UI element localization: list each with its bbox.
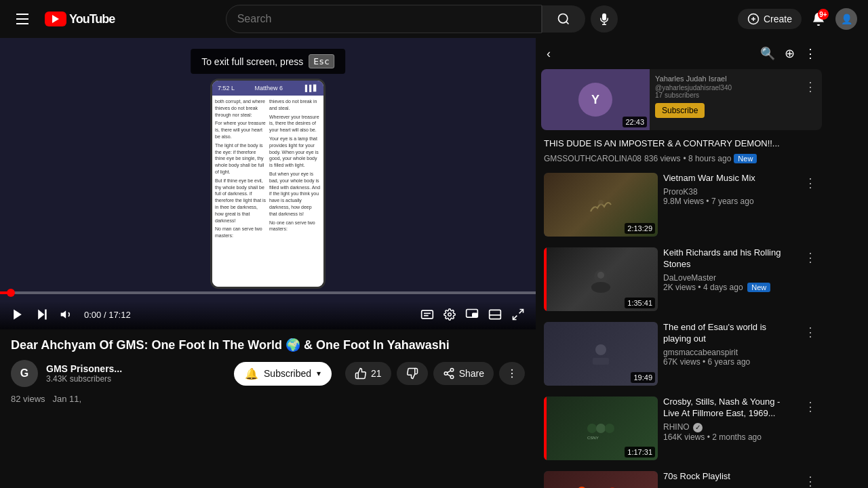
sidebar-nav-prev[interactable]: ‹	[544, 44, 553, 64]
miniplayer-button[interactable]	[462, 306, 481, 323]
sidebar-featured-channel-info: Yaharles Judah Israel @yaharlesjudahisra…	[650, 69, 822, 130]
related-video-vietnam[interactable]: 2:13:29 Vietnam War Music Mix ProroK38 9…	[541, 170, 822, 239]
related-video-esau[interactable]: 19:49 The end of Esau's world is playing…	[541, 319, 822, 388]
svg-point-21	[450, 369, 454, 372]
header: YouTube Create	[0, 0, 868, 38]
mic-button[interactable]	[591, 5, 618, 33]
like-button[interactable]: 21	[345, 362, 391, 385]
notification-badge: 9+	[818, 9, 829, 20]
sidebar-add-icon[interactable]: ⊕	[782, 43, 797, 64]
chevron-down-icon: ▾	[317, 369, 321, 378]
svg-line-25	[447, 371, 450, 373]
related-more-crosby[interactable]: ⋮	[802, 396, 819, 417]
svg-rect-35	[593, 358, 609, 365]
related-channel-vietnam: ProroK38	[663, 187, 796, 197]
sidebar-search-icon[interactable]: 🔍	[757, 43, 778, 64]
subscribe-button[interactable]: 🔔 Subscribed ▾	[234, 362, 332, 386]
related-more-70srock[interactable]: ⋮	[802, 471, 819, 488]
verified-checkmark: ✓	[693, 423, 703, 432]
svg-point-30	[598, 200, 604, 205]
sidebar-more-icon[interactable]: ⋮	[802, 43, 819, 64]
progress-bar[interactable]	[0, 291, 536, 294]
featured-new-badge: New	[734, 154, 757, 163]
related-videos-list: 2:13:29 Vietnam War Music Mix ProroK38 9…	[541, 170, 822, 488]
svg-line-24	[447, 375, 450, 377]
related-thumb-esau: 19:49	[544, 322, 658, 386]
svg-point-34	[595, 344, 606, 355]
settings-button[interactable]	[441, 307, 458, 322]
related-thumb-crosby: CSNY 1:17:31	[544, 396, 658, 460]
fullscreen-button[interactable]	[509, 306, 528, 323]
related-channel-crosby: RHINO ✓	[663, 422, 796, 432]
dislike-button[interactable]	[397, 362, 428, 385]
notifications-button[interactable]: 9+	[807, 7, 830, 30]
vietnam-duration: 2:13:29	[625, 223, 655, 234]
search-button[interactable]	[542, 5, 585, 33]
upload-date: Jan 11,	[52, 394, 81, 404]
like-count: 21	[371, 368, 382, 379]
related-video-keith[interactable]: 1:35:41 Keith Richards and his Rolling S…	[541, 245, 822, 314]
sidebar-top: ‹ 🔍 ⊕ ⋮	[541, 43, 822, 69]
user-avatar[interactable]: 👤	[835, 8, 857, 30]
subtitles-button[interactable]	[418, 306, 437, 323]
video-meta-row: G GMS Prisoners... 3.43K subscribers 🔔 S…	[11, 360, 525, 387]
more-options-button[interactable]	[499, 362, 525, 385]
channel-avatar[interactable]: G	[11, 360, 38, 387]
share-button[interactable]: Share	[433, 362, 494, 385]
channel-name[interactable]: GMS Prisoners...	[46, 363, 226, 374]
time-display: 0:00 / 17:12	[84, 310, 131, 320]
player-controls: 0:00 / 17:12	[0, 301, 536, 329]
video-player[interactable]: 7:52 L Matthew 6 ▐▐ ▋ both corrupt, and …	[0, 38, 536, 329]
sidebar-featured-card[interactable]: Y 22:43 Yaharles Judah Israel @yaharlesj…	[541, 69, 822, 130]
related-meta-vietnam: 9.8M views • 7 years ago	[663, 197, 796, 206]
play-button[interactable]	[8, 306, 27, 323]
esc-key: Esc	[309, 54, 334, 68]
subscribe-label: Subscribed	[264, 368, 311, 379]
search-bar	[226, 5, 618, 33]
svg-line-20	[513, 316, 517, 320]
svg-point-39	[605, 424, 614, 433]
youtube-logo[interactable]: YouTube	[45, 12, 115, 26]
related-more-keith[interactable]: ⋮	[802, 247, 819, 268]
search-input[interactable]	[226, 5, 541, 33]
sidebar: ‹ 🔍 ⊕ ⋮ Y 22:43 Yaharles Judah Israel @y…	[536, 38, 827, 488]
sidebar-featured-thumbnail: Y 22:43	[541, 69, 650, 130]
sidebar-featured-subscribe-btn[interactable]: Subscribe	[655, 103, 705, 118]
video-stats: 82 views Jan 11,	[0, 387, 536, 404]
phone-content: both corrupt, and where thieves do not b…	[212, 96, 323, 287]
hamburger-menu[interactable]	[11, 8, 34, 30]
phone-status-bar: 7:52 L Matthew 6 ▐▐ ▋	[212, 81, 323, 96]
related-title-keith: Keith Richards and his Rolling Stones	[663, 247, 796, 270]
youtube-icon	[45, 12, 66, 26]
video-title: Dear Ahchyam Of GMS: One Foot In The Wor…	[11, 338, 525, 353]
svg-point-23	[450, 375, 454, 379]
related-more-vietnam[interactable]: ⋮	[802, 173, 819, 193]
related-title-esau: The end of Esau's world is playing out	[663, 322, 796, 345]
channel-subscribers: 3.43K subscribers	[46, 374, 226, 384]
svg-rect-16	[473, 313, 477, 317]
next-button[interactable]	[33, 306, 52, 323]
create-label: Create	[764, 14, 792, 24]
related-video-70srock[interactable]: 70s Rock Playlist ⋮	[541, 468, 822, 488]
red-bar-crosby	[544, 396, 547, 460]
svg-point-28	[511, 377, 513, 378]
svg-marker-8	[38, 310, 44, 320]
featured-video-title: THIS DUDE IS AN IMPOSTER & A CONTRARY DE…	[541, 136, 822, 154]
bible-text: both corrupt, and where thieves do not b…	[215, 98, 321, 239]
related-channel-esau: gmsmaccabeanspirit	[663, 348, 796, 357]
create-button[interactable]: Create	[738, 9, 802, 29]
svg-point-0	[559, 14, 568, 23]
keith-duration: 1:35:41	[625, 298, 655, 308]
volume-button[interactable]	[57, 306, 76, 323]
sidebar-featured-more[interactable]: ⋮	[804, 75, 816, 99]
related-title-vietnam: Vietnam War Music Mix	[663, 173, 796, 184]
related-more-esau[interactable]: ⋮	[802, 322, 819, 342]
svg-point-33	[597, 272, 604, 279]
related-video-crosby[interactable]: CSNY 1:17:31 Crosby, Stills, Nash & Youn…	[541, 394, 822, 463]
svg-point-22	[444, 372, 448, 375]
related-info-crosby: Crosby, Stills, Nash & Young - Live At F…	[663, 396, 796, 460]
theater-mode-button[interactable]	[486, 306, 505, 323]
svg-point-38	[596, 424, 606, 433]
sidebar-featured-channel-name: Yaharles Judah Israel	[655, 75, 732, 83]
logo-text: YouTube	[69, 12, 115, 26]
